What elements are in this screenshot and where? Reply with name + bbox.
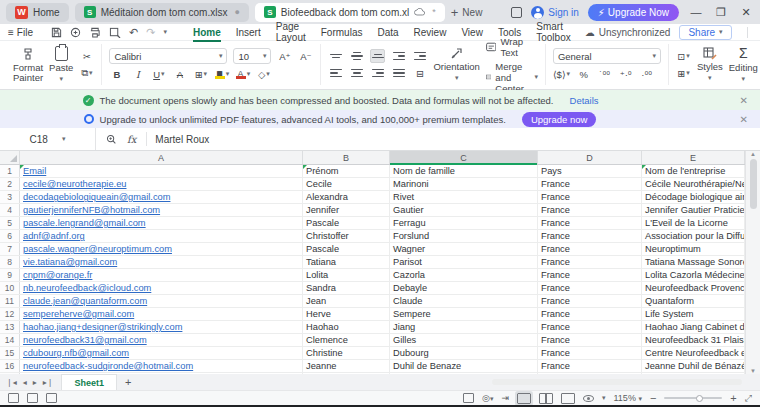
scrollbar-thumb[interactable] (750, 159, 757, 209)
decrease-decimal-icon[interactable]: ·⁰⁰ (639, 67, 654, 81)
align-bottom-icon[interactable] (370, 49, 385, 63)
share-button[interactable]: Share ▾ (679, 25, 731, 40)
number-format-select[interactable]: General▾ (553, 48, 661, 64)
restore-button[interactable]: ❐ (713, 6, 729, 19)
cell-D12[interactable]: France (538, 308, 642, 320)
align-left-icon[interactable] (328, 66, 343, 80)
cell-A10[interactable]: nb.neurofeedback@icloud.com (20, 282, 303, 294)
menu-item-smart-toolbox[interactable]: Smart Toolbox (536, 19, 570, 45)
page-break-view-button[interactable] (561, 393, 575, 404)
cell-E12[interactable]: Life System (642, 308, 745, 320)
reading-view-icon[interactable] (583, 395, 594, 402)
cell-B12[interactable]: Herve (303, 308, 390, 320)
close-notice-icon[interactable]: ✕ (740, 114, 748, 125)
locate-icon[interactable]: ◎▾ (482, 393, 493, 403)
column-header-C[interactable]: C (390, 151, 538, 164)
row-header-14[interactable]: 14 (0, 334, 20, 346)
cell-E9[interactable]: Lolita Cazorla Médecine Chinois (642, 269, 745, 281)
cell-C13[interactable]: Jiang (390, 321, 538, 333)
cell-A1[interactable]: Email (20, 165, 303, 177)
conditional-formatting-icon[interactable]: ⊡▾ (676, 49, 691, 63)
cell-D8[interactable]: France (538, 256, 642, 268)
menu-item-review[interactable]: Review (414, 25, 447, 40)
cut-icon[interactable]: ✂ (79, 49, 94, 63)
cell-D3[interactable]: France (538, 191, 642, 203)
cell-C7[interactable]: Wagner (390, 243, 538, 255)
fill-color-button[interactable]: ◼▾ (214, 67, 229, 81)
macro-icon[interactable] (46, 393, 57, 403)
cell-D11[interactable]: France (538, 295, 642, 307)
increase-decimal-icon[interactable]: ⁺·⁰ (618, 67, 633, 81)
cell-B3[interactable]: Alexandra (303, 191, 390, 203)
select-all-corner[interactable] (0, 151, 20, 164)
cell-C1[interactable]: Nom de famille (390, 165, 538, 177)
first-sheet-icon[interactable]: ❘◂ (6, 378, 17, 387)
cell-B11[interactable]: Jean (303, 295, 390, 307)
row-header-13[interactable]: 13 (0, 321, 20, 333)
name-box[interactable]: C18 ▾ (0, 128, 96, 150)
increase-indent-icon[interactable] (412, 49, 427, 63)
zoom-in-icon[interactable]: + (730, 392, 736, 404)
file-menu[interactable]: ≡ File (8, 27, 33, 38)
cell-C10[interactable]: Debayle (390, 282, 538, 294)
cell-B14[interactable]: Clemence (303, 334, 390, 346)
zoom-slider[interactable] (664, 397, 722, 399)
cell-E13[interactable]: Haohao Jiang Cabinet de Neuro (642, 321, 745, 333)
editing-button[interactable]: Σ Editing ▾ (729, 46, 758, 84)
cell-A12[interactable]: sempereherve@gmail.com (20, 308, 303, 320)
row-header-5[interactable]: 5 (0, 217, 20, 229)
row-header-9[interactable]: 9 (0, 269, 20, 281)
cell-A2[interactable]: cecile@neurotherapie.eu (20, 178, 303, 190)
page-layout-view-button[interactable] (539, 393, 553, 404)
scroll-up-icon[interactable]: ▲ (750, 151, 756, 157)
column-header-B[interactable]: B (303, 151, 390, 164)
row-header-15[interactable]: 15 (0, 347, 20, 359)
cell-A6[interactable]: adnf@adnf.org (20, 230, 303, 242)
cell-E15[interactable]: Centre Neurofeedback et Bioré (642, 347, 745, 359)
cell-C2[interactable]: Marinoni (390, 178, 538, 190)
cell-B16[interactable]: Jeanne (303, 360, 390, 372)
cell-B10[interactable]: Sandra (303, 282, 390, 294)
clear-format-icon[interactable]: ◇▾ (256, 67, 271, 81)
menu-item-insert[interactable]: Insert (236, 25, 261, 40)
format-painter-button[interactable]: Format Painter (13, 47, 43, 83)
font-size-select[interactable]: 10▾ (233, 48, 271, 64)
cell-C14[interactable]: Gilles (390, 334, 538, 346)
formula-input[interactable]: Martel Roux (147, 134, 209, 145)
normal-view-button[interactable] (517, 393, 531, 404)
cell-D6[interactable]: France (538, 230, 642, 242)
cell-E8[interactable]: Tatiana Massage Sonore Peter H (642, 256, 745, 268)
cell-D13[interactable]: France (538, 321, 642, 333)
stats-icon[interactable] (27, 393, 38, 403)
cell-A8[interactable]: vie.tatiana@gmail.com (20, 256, 303, 268)
cell-C12[interactable]: Sempere (390, 308, 538, 320)
distributed-icon[interactable]: ⊟ (412, 66, 427, 80)
format-as-table-icon[interactable]: ⊞▾ (676, 66, 691, 80)
font-name-select[interactable]: Calibri▾ (109, 48, 227, 64)
cell-B15[interactable]: Christine (303, 347, 390, 359)
cell-A5[interactable]: pascale.lengrand@gmail.com (20, 217, 303, 229)
sheet-tab-sheet1[interactable]: Sheet1 (61, 374, 117, 390)
bold-button[interactable]: B (109, 67, 124, 81)
cell-B4[interactable]: Jennifer (303, 204, 390, 216)
justify-icon[interactable] (391, 66, 406, 80)
export-pdf-icon[interactable] (70, 27, 81, 38)
upgrade-now-button[interactable]: ⚡ Upgrade Now (588, 4, 679, 21)
cell-A9[interactable]: cnpm@orange.fr (20, 269, 303, 281)
cell-A14[interactable]: neurofeedback31@gmail.com (20, 334, 303, 346)
strikethrough-button[interactable]: A (172, 67, 187, 81)
cell-B9[interactable]: Lolita (303, 269, 390, 281)
italic-button[interactable]: I (130, 67, 145, 81)
menu-item-view[interactable]: View (461, 25, 483, 40)
row-header-7[interactable]: 7 (0, 243, 20, 255)
cell-C11[interactable]: Claude (390, 295, 538, 307)
undo-icon[interactable]: ↶ (129, 26, 138, 39)
cell-E7[interactable]: Neuroptimum (642, 243, 745, 255)
cell-C3[interactable]: Rivet (390, 191, 538, 203)
cell-C4[interactable]: Gautier (390, 204, 538, 216)
cell-B6[interactable]: Christoffer (303, 230, 390, 242)
sync-status[interactable]: ☁ Unsynchronized (585, 27, 671, 38)
row-header-12[interactable]: 12 (0, 308, 20, 320)
cell-D16[interactable]: France (538, 360, 642, 372)
upgrade-now-small-button[interactable]: Upgrade now (522, 112, 597, 127)
